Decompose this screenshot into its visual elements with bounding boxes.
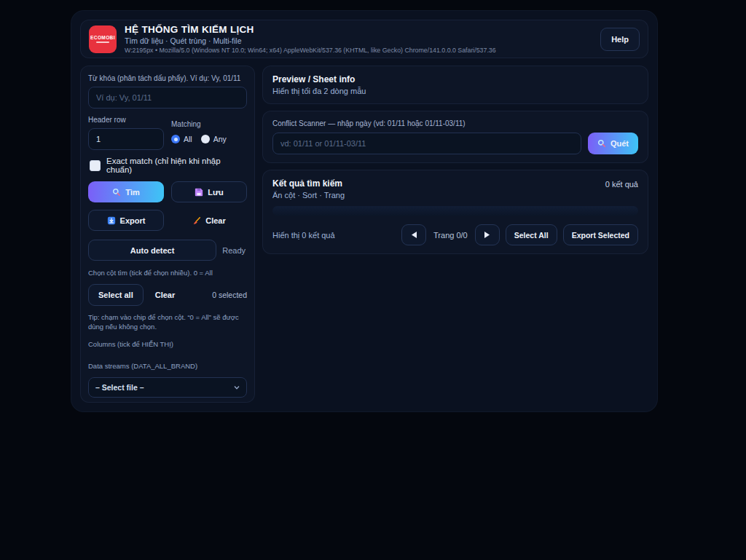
keyword-input[interactable] [88,87,247,109]
exact-match-label: Exact match (chỉ hiện khi nhập chuẩn) [106,157,247,174]
matching-option-label: Any [213,135,227,143]
scan-button[interactable]: Quét [588,133,638,154]
results-title: Kết quả tìm kiếm [272,178,345,189]
header-row-label: Header row [88,116,164,124]
keyword-label: Từ khóa (phân tách dấu phẩy). Ví dụ: Vy,… [88,74,247,82]
triangle-right-icon [484,231,491,239]
results-subtitle: Ẩn cột · Sort · Trang [272,191,345,200]
matching-option-all[interactable]: All [171,135,192,143]
clear-columns-button[interactable]: Clear [152,284,178,306]
floppy-disk-icon [195,188,203,197]
auto-detect-row: Auto detect Ready [88,240,247,261]
auto-detect-button[interactable]: Auto detect [88,240,216,261]
conflict-date-input[interactable] [272,133,581,154]
matching-group: Matching All Any [171,116,247,150]
export-clear-row: Export Clear [88,210,247,231]
search-icon [112,188,121,197]
selected-count: 0 selected [212,291,247,299]
preview-card: Preview / Sheet info Hiển thị tối đa 2 d… [262,66,648,104]
matching-option-label: All [184,135,192,143]
download-icon [107,216,116,225]
header-titles: HỆ THỐNG TÌM KIẾM LỊCH Tìm dữ liệu · Qué… [125,24,496,54]
find-button[interactable]: Tìm [88,181,164,202]
conflict-input-row: Quét [272,133,638,154]
app-container: ECOMOBI HỆ THỐNG TÌM KIẾM LỊCH Tìm dữ li… [71,10,658,412]
results-empty-bar [272,206,638,216]
page-subtitle: Tìm dữ liệu · Quét trùng · Multi-file [125,36,496,45]
header-row-group: Header row [88,116,164,150]
preview-title: Preview / Sheet info [272,74,638,84]
triangle-left-icon [410,231,417,239]
matching-label: Matching [171,120,247,128]
prev-page-button[interactable] [401,224,426,245]
exact-match-checkbox-row[interactable]: Exact match (chỉ hiện khi nhập chuẩn) [90,157,247,174]
next-page-button[interactable] [475,224,500,245]
conflict-label: Conflict Scanner — nhập ngày (vd: 01/11 … [272,119,638,127]
export-button[interactable]: Export [88,210,164,231]
page-title: HỆ THỐNG TÌM KIẾM LỊCH [125,24,496,35]
select-all-results-button[interactable]: Select All [506,224,557,245]
radio-selected-icon [171,135,180,143]
showing-count-text: Hiển thị 0 kết quả [272,231,335,240]
clear-button[interactable]: Clear [171,210,247,231]
radio-unselected-icon [201,135,210,143]
select-all-columns-button[interactable]: Select all [88,284,144,306]
file-select[interactable]: – Select file – [88,377,247,398]
results-count: 0 kết quả [605,178,638,189]
search-panel: Từ khóa (phân tách dấu phẩy). Ví dụ: Vy,… [80,66,255,403]
columns-pick-label: Chọn cột tìm (tick để chọn nhiều). 0 = A… [88,269,247,278]
matching-option-any[interactable]: Any [201,135,227,143]
file-select-value: – Select file – [95,383,144,392]
logo-text: ECOMOBI [90,35,115,40]
chips-toolbar: Select all Clear 0 selected [88,284,247,306]
chevron-down-icon [234,385,240,390]
save-button[interactable]: Lưu [171,181,247,202]
ecomobi-logo: ECOMOBI [89,25,117,53]
results-header: Kết quả tìm kiếm Ẩn cột · Sort · Trang 0… [272,178,638,200]
app-header: ECOMOBI HỆ THỐNG TÌM KIẾM LỊCH Tìm dữ li… [80,20,648,58]
header-row-input[interactable] [88,128,164,150]
user-agent-meta: W:2195px • Mozilla/5.0 (Windows NT 10.0;… [125,47,496,54]
matching-radios: All Any [171,135,247,143]
preview-subtitle: Hiển thị tối đa 2 dòng mẫu [272,87,638,95]
results-card: Kết quả tìm kiếm Ẩn cột · Sort · Trang 0… [262,170,648,254]
status-text: Ready [222,246,247,255]
conflict-scanner-card: Conflict Scanner — nhập ngày (vd: 01/11 … [262,111,648,163]
data-streams-label: Data streams (DATA_ALL_BRAND) [88,362,247,371]
export-selected-button[interactable]: Export Selected [563,224,638,245]
app-body: Từ khóa (phân tách dấu phẩy). Ví dụ: Vy,… [80,66,648,403]
brush-icon [192,216,201,225]
chip-tip-text: Tip: chạm vào chip để chọn cột. “0 = All… [88,313,244,332]
help-button[interactable]: Help [600,28,640,51]
header-matching-row: Header row Matching All Any [88,116,247,150]
logo-tagline [96,42,109,43]
search-icon [597,139,606,148]
page-indicator: Trang 0/0 [432,231,469,240]
results-titles: Kết quả tìm kiếm Ẩn cột · Sort · Trang [272,178,345,200]
find-save-row: Tìm Lưu [88,181,247,202]
right-column: Preview / Sheet info Hiển thị tối đa 2 d… [262,66,648,403]
columns-show-label: Columns (tick để HIỂN THỊ) [88,340,247,350]
checkbox-icon [90,160,101,171]
results-footer: Hiển thị 0 kết quả Trang 0/0 Select All … [272,224,638,245]
